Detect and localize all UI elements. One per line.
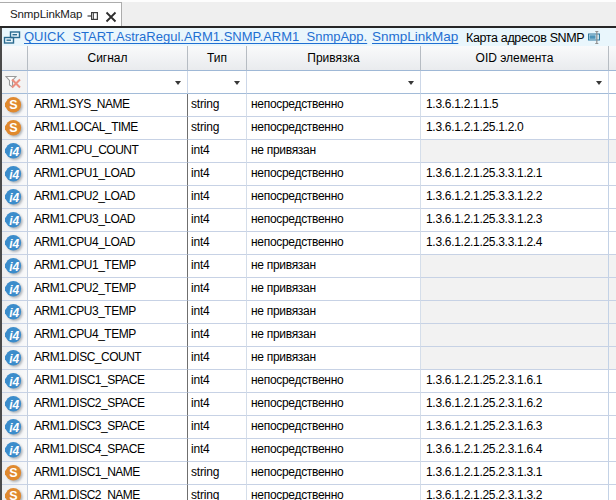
svg-text:i4: i4 [9, 260, 19, 274]
svg-text:i4: i4 [9, 283, 19, 297]
svg-text:i4: i4 [9, 444, 19, 458]
svg-text:i4: i4 [9, 145, 19, 159]
svg-text:S: S [9, 466, 17, 480]
svg-text:i4: i4 [9, 375, 19, 389]
svg-text:i4: i4 [9, 168, 19, 182]
svg-text:i4: i4 [9, 398, 19, 412]
svg-text:S: S [9, 98, 17, 112]
svg-text:i4: i4 [9, 421, 19, 435]
svg-text:i4: i4 [9, 191, 19, 205]
svg-text:i4: i4 [9, 329, 19, 343]
svg-text:S: S [9, 489, 17, 500]
svg-text:i4: i4 [9, 214, 19, 228]
svg-text:i4: i4 [9, 306, 19, 320]
svg-text:i4: i4 [9, 237, 19, 251]
svg-text:S: S [9, 121, 17, 135]
svg-text:i4: i4 [9, 352, 19, 366]
